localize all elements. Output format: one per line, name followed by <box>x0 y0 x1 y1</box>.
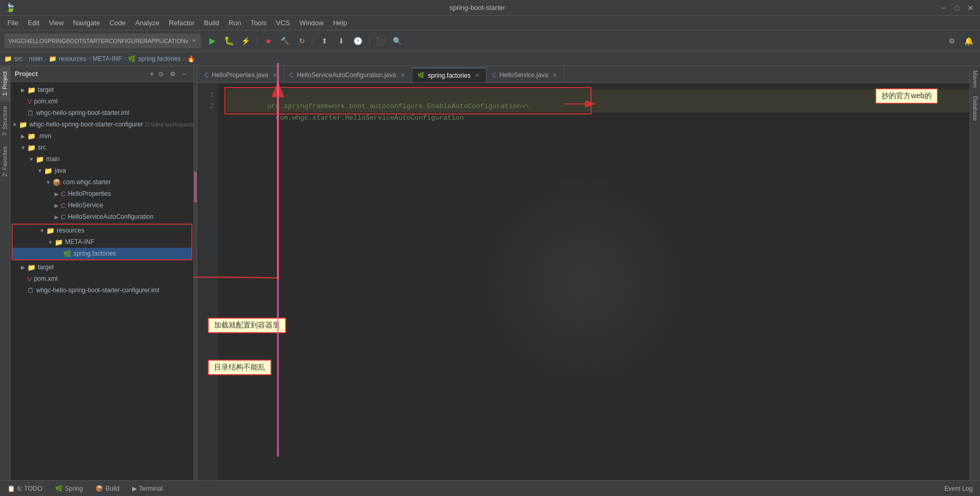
tab-icon: C <box>289 72 294 78</box>
build-button[interactable]: 🔨 <box>278 34 293 48</box>
panel-minimize-icon[interactable]: − <box>179 69 189 79</box>
breadcrumb-sep-1: › <box>25 55 27 62</box>
maven-side-tab[interactable]: Maven <box>971 66 980 92</box>
tree-node-hello-auto[interactable]: ▶ C HelloServiceAutoConfiguration <box>10 211 193 223</box>
todo-bottom-tab[interactable]: 📋 6: TODO <box>4 484 46 493</box>
tab-close-hello-svc-auto[interactable]: ✕ <box>399 71 406 79</box>
tab-spring-factories[interactable]: 🌿 spring.factories ✕ <box>412 68 487 82</box>
menu-build[interactable]: Build <box>200 17 223 28</box>
coverage-button[interactable]: ⚡ <box>239 34 253 48</box>
tab-hello-svc-auto[interactable]: C HelloServiceAutoConfiguration.java ✕ <box>284 68 412 82</box>
terminal-bottom-tab[interactable]: ▶ Terminal <box>129 484 166 493</box>
event-log-tab[interactable]: Event Log <box>941 484 976 493</box>
notification-button[interactable]: 🔔 <box>961 34 976 48</box>
spring-label: Spring <box>65 485 83 492</box>
spring-factories-icon: 🌿 <box>63 250 71 258</box>
spring-bottom-tab[interactable]: 🌿 Spring <box>52 484 87 493</box>
minimize-button[interactable]: − <box>939 4 947 12</box>
menu-analyze[interactable]: Analyze <box>131 17 164 28</box>
maximize-button[interactable]: □ <box>953 4 961 12</box>
tree-node-pom-2[interactable]: V pom.xml <box>10 273 193 284</box>
tab-label: HelloService.java <box>499 71 548 79</box>
breadcrumb-fire-icon: 🔥 <box>187 55 195 62</box>
breadcrumb-spring-factories[interactable]: spring.factories <box>138 55 180 62</box>
menu-tools[interactable]: Tools <box>246 17 271 28</box>
breadcrumb-sep-4: › <box>124 55 126 62</box>
tree-node-hello-svc[interactable]: ▶ C HelloService <box>10 199 193 211</box>
tree-node-src[interactable]: ▼ 📁 src <box>10 142 193 153</box>
class-icon: C <box>61 190 66 198</box>
code-content[interactable]: org.springframework.boot.autoconfigure.E… <box>218 83 970 480</box>
tree-label: META-INF <box>65 238 94 246</box>
tree-node-hello-props[interactable]: ▶ C HelloProperties <box>10 188 193 199</box>
breadcrumb-sep-5: › <box>183 55 185 62</box>
breadcrumb-resources-icon: 📁 <box>49 55 57 62</box>
breadcrumb-src[interactable]: src <box>14 55 23 62</box>
layout-button[interactable]: ⬛ <box>373 34 388 48</box>
build-bottom-tab[interactable]: 📦 Build <box>92 484 123 493</box>
panel-settings-icon[interactable]: ⚙ <box>167 69 178 79</box>
debug-button[interactable]: 🐛 <box>222 34 236 48</box>
tree-node-resources[interactable]: ▼ 📁 resources <box>13 225 191 236</box>
tab-close-hello-properties[interactable]: ✕ <box>271 71 278 79</box>
title-bar-controls: − □ ✕ <box>939 4 975 12</box>
folder-icon: 📁 <box>27 132 36 140</box>
panel-title: Project <box>15 70 38 78</box>
sync-button[interactable]: ↻ <box>295 34 309 48</box>
settings-button[interactable]: ⚙ <box>944 34 959 48</box>
expand-icon: ▼ <box>46 239 55 245</box>
run-button[interactable]: ▶ <box>205 34 220 48</box>
menu-view[interactable]: View <box>45 17 68 28</box>
tree-label: .mvn <box>38 132 51 140</box>
tree-node-target-2[interactable]: ▶ 📁 target <box>10 261 193 273</box>
menu-refactor[interactable]: Refactor <box>165 17 199 28</box>
vcs-button[interactable]: ⬇ <box>334 34 349 48</box>
tree-node-target-1[interactable]: ▶ 📁 target <box>10 84 193 96</box>
breadcrumb-main[interactable]: main <box>29 55 42 62</box>
tree-node-iml-2[interactable]: 🗒 whgc-hello-spring-boot-starter-configu… <box>10 284 193 296</box>
project-tab-label[interactable]: 1: Project <box>0 66 10 101</box>
tree-node-configurer[interactable]: ▼ 📁 whgc-hello-spring-boot-starter-confi… <box>10 119 193 130</box>
stop-button[interactable]: ■ <box>261 34 276 48</box>
menu-navigate[interactable]: Navigate <box>69 17 104 28</box>
panel-target-icon[interactable]: ⊙ <box>156 69 166 79</box>
expand-icon: ▼ <box>38 228 46 234</box>
menu-vcs[interactable]: VCS <box>272 17 294 28</box>
close-button[interactable]: ✕ <box>966 4 975 12</box>
tab-hello-properties[interactable]: C HelloProperties.java ✕ <box>199 68 284 82</box>
tree-node-meta-inf[interactable]: ▼ 📁 META-INF <box>13 236 191 248</box>
menu-file[interactable]: File <box>3 17 23 28</box>
tree-node-com-whgc[interactable]: ▼ 📦 com.whgc.starter <box>10 176 193 188</box>
menu-help[interactable]: Help <box>329 17 351 28</box>
breadcrumb-resources[interactable]: resources <box>59 55 87 62</box>
package-icon: 📦 <box>52 178 61 186</box>
search-button[interactable]: 🔍 <box>390 34 405 48</box>
menu-edit[interactable]: Edit <box>24 17 44 28</box>
database-side-tab[interactable]: Database <box>971 92 980 125</box>
project-panel: Project ▼ ⊙ ⚙ − ▶ 📁 target V pom.xml <box>10 66 194 480</box>
tree-node-iml-1[interactable]: 🗒 whgc-hello-spring-boot-starter.iml <box>10 107 193 119</box>
menu-run[interactable]: Run <box>224 17 245 28</box>
tree-label: whgc-hello-spring-boot-starter-configure… <box>36 287 159 294</box>
breadcrumb-meta-inf[interactable]: META-INF <box>93 55 122 62</box>
tree-node-main[interactable]: ▼ 📁 main <box>10 153 193 165</box>
tab-close-hello-svc[interactable]: ✕ <box>551 71 558 79</box>
history-button[interactable]: 🕐 <box>351 34 365 48</box>
menu-window[interactable]: Window <box>295 17 328 28</box>
favorites-tab-label[interactable]: 2: Favorites <box>0 141 10 182</box>
tab-hello-svc[interactable]: C HelloService.java ✕ <box>487 68 564 82</box>
tree-label: whgc-hello-spring-boot-starter-configure… <box>29 121 143 128</box>
run-config-dropdown-icon: ▼ <box>191 38 197 44</box>
run-config-selector[interactable]: VHGCHELLOSPRINGBOOTSTARTERCONFIGURERAPPL… <box>4 34 201 48</box>
tree-node-java[interactable]: ▼ 📁 java <box>10 165 193 176</box>
update-button[interactable]: ⬆ <box>317 34 332 48</box>
expand-icon: ▶ <box>52 203 61 208</box>
structure-tab-label[interactable]: 7: Structure <box>0 101 10 141</box>
tree-node-spring-factories[interactable]: 🌿 spring.factories <box>13 248 191 259</box>
tree-node-mvn[interactable]: ▶ 📁 .mvn <box>10 130 193 142</box>
tab-icon: C <box>204 72 209 78</box>
tree-node-pom-1[interactable]: V pom.xml <box>10 96 193 107</box>
tab-close-spring-factories[interactable]: ✕ <box>473 72 481 79</box>
menu-code[interactable]: Code <box>105 17 130 28</box>
right-panel-tabs: Maven Database <box>970 66 980 480</box>
